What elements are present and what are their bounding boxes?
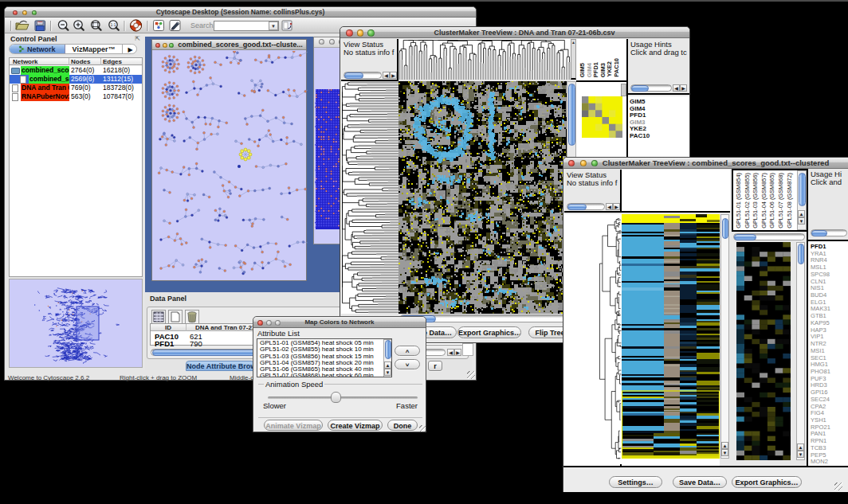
svg-text:1:1: 1:1 — [111, 22, 116, 27]
